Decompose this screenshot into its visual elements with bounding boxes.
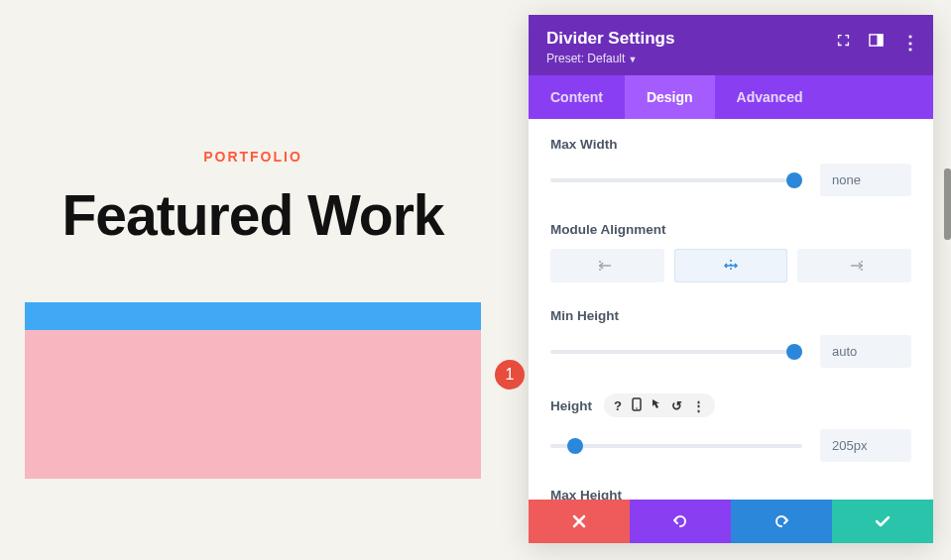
reset-icon[interactable]: ↺ (671, 399, 682, 412)
module-alignment-label: Module Alignment (550, 222, 911, 237)
tab-content[interactable]: Content (529, 75, 625, 119)
redo-button[interactable] (731, 500, 832, 543)
more-icon[interactable]: ⋮ (692, 399, 705, 412)
min-height-label: Min Height (550, 308, 911, 323)
align-left-button[interactable] (550, 249, 664, 282)
more-icon[interactable]: ⋮ (901, 34, 919, 52)
max-width-value[interactable]: none (820, 164, 911, 196)
tab-advanced[interactable]: Advanced (715, 75, 825, 119)
scrollbar-thumb[interactable] (944, 168, 951, 240)
slider-thumb[interactable] (786, 172, 802, 188)
tab-design[interactable]: Design (625, 75, 715, 119)
setting-module-alignment: Module Alignment (550, 222, 911, 282)
page-heading: Featured Work (25, 182, 481, 248)
divider-preview-body[interactable] (25, 330, 481, 479)
page-preview: PORTFOLIO Featured Work (25, 0, 481, 560)
cancel-button[interactable] (529, 500, 630, 543)
svg-point-9 (636, 407, 638, 409)
min-height-slider[interactable] (550, 350, 802, 354)
max-width-slider[interactable] (550, 178, 802, 182)
panel-tabs: Content Design Advanced (529, 75, 933, 119)
caret-down-icon: ▼ (628, 55, 637, 64)
slider-thumb[interactable] (567, 438, 583, 454)
settings-panel: Divider Settings Preset: Default▼ ⋮ Cont… (529, 15, 933, 543)
header-actions: ⋮ (836, 33, 919, 52)
undo-button[interactable] (630, 500, 731, 543)
align-right-button[interactable] (797, 249, 911, 282)
panel-preset[interactable]: Preset: Default▼ (546, 52, 915, 65)
setting-max-height: Max Height none (550, 488, 911, 500)
height-label: Height ? ↺ ⋮ (550, 393, 911, 417)
setting-min-height: Min Height auto (550, 308, 911, 368)
divider-preview-top[interactable] (25, 302, 481, 330)
panel-body: Max Width none Module Alignment (529, 119, 933, 500)
slider-thumb[interactable] (786, 344, 802, 360)
max-width-label: Max Width (550, 137, 911, 152)
panel-footer (529, 500, 933, 543)
setting-height: Height ? ↺ ⋮ 205px (550, 393, 911, 462)
min-height-value[interactable]: auto (820, 335, 911, 368)
height-tools: ? ↺ ⋮ (604, 393, 715, 417)
help-icon[interactable]: ? (614, 399, 622, 412)
setting-max-width: Max Width none (550, 137, 911, 196)
hover-icon[interactable] (652, 398, 661, 412)
snap-icon[interactable] (869, 33, 884, 52)
annotation-badge: 1 (495, 360, 525, 390)
eyebrow-text: PORTFOLIO (25, 149, 481, 165)
responsive-icon[interactable] (632, 397, 642, 413)
panel-header[interactable]: Divider Settings Preset: Default▼ ⋮ (529, 15, 933, 75)
align-center-button[interactable] (674, 249, 788, 282)
height-slider[interactable] (550, 444, 802, 448)
max-height-label: Max Height (550, 488, 911, 500)
expand-icon[interactable] (836, 33, 851, 52)
save-button[interactable] (832, 500, 933, 543)
height-value[interactable]: 205px (820, 429, 911, 462)
svg-rect-1 (877, 35, 883, 46)
